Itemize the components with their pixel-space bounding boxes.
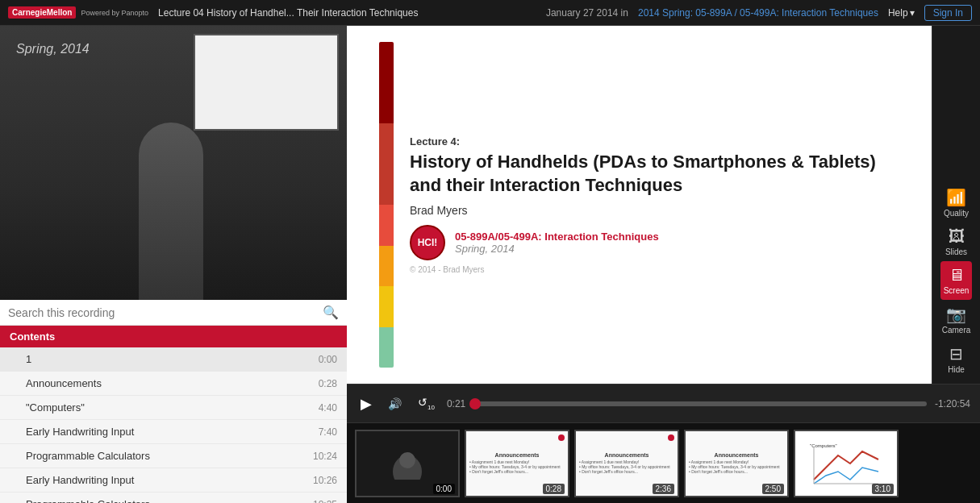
slides-icon: 🖼 <box>949 227 965 246</box>
toc-time: 0:00 <box>319 354 337 365</box>
sidebar: Spring, 2014 🔍 Contents 1 0:00 <box>0 26 347 503</box>
toc-label: Announcements <box>26 377 319 389</box>
main-layout: Spring, 2014 🔍 Contents 1 0:00 <box>0 26 980 503</box>
search-bar: 🔍 <box>0 300 347 326</box>
toc-label: Programmable Calculators <box>26 450 313 462</box>
search-icon: 🔍 <box>323 305 339 320</box>
panopto-label: Powered by Panopto <box>81 9 148 17</box>
thumbnail-4[interactable]: Announcements • Assignment 1 due next Mo… <box>684 430 789 497</box>
toc-item-1[interactable]: 1 0:00 <box>0 347 347 372</box>
toc-label: Early Handwriting Input <box>26 474 313 486</box>
svg-point-2 <box>399 452 415 468</box>
toc-time: 10:24 <box>313 451 337 462</box>
slide-heading: History of Handhelds (PDAs to Smartphone… <box>410 151 899 197</box>
contents-area: 1 0:00 Announcements 0:28 "Computers" 4:… <box>0 347 347 503</box>
toc-time: 10:26 <box>313 475 337 486</box>
quality-icon: 📶 <box>946 188 966 207</box>
slide-lecture-num: Lecture 4: <box>410 135 460 148</box>
toc-item-2[interactable]: Announcements 0:28 <box>0 372 347 396</box>
toc-time: 10:35 <box>313 499 337 504</box>
toc-label: 1 <box>26 353 319 365</box>
slide-panel: Lecture 4: History of Handhelds (PDAs to… <box>347 26 932 384</box>
slide-semester: Spring, 2014 <box>455 243 659 255</box>
thumbnails-row: 0:00 Announcements • Assignment 1 due ne… <box>347 422 980 503</box>
thumb-timestamp: 2:50 <box>762 484 784 494</box>
slide-footer: © 2014 - Brad Myers <box>410 265 484 274</box>
slides-button[interactable]: 🖼 Slides <box>942 222 970 261</box>
slide-screen-preview <box>194 34 339 131</box>
time-remaining: -1:20:54 <box>935 398 970 409</box>
thumb-timestamp: 2:36 <box>653 484 674 494</box>
progress-dot <box>469 398 481 409</box>
slide-course-id: 05-899A/05-499A: Interaction Techniques <box>455 231 659 243</box>
progress-bar[interactable] <box>473 401 927 406</box>
thumb-title: Announcements <box>605 452 649 458</box>
toc-time: 7:40 <box>319 426 337 438</box>
toc-item-6[interactable]: Early Handwriting Input 10:26 <box>0 468 347 493</box>
right-content: Lecture 4: History of Handhelds (PDAs to… <box>347 26 980 503</box>
cmu-wordmark: CarnegieMellon <box>8 6 76 19</box>
play-button[interactable]: ▶ <box>357 393 376 414</box>
date-text: January 27 2014 in <box>546 7 628 19</box>
thumbnail-1[interactable]: 0:00 <box>355 430 460 497</box>
slide-decoration: Lecture 4: History of Handhelds (PDAs to… <box>379 42 899 368</box>
toc-item-3[interactable]: "Computers" 4:40 <box>0 396 347 420</box>
thumbnail-5[interactable]: "Computers" 3:10 <box>794 430 899 497</box>
cmu-logo: CarnegieMellon Powered by Panopto <box>8 6 148 19</box>
slide-author: Brad Myers <box>410 204 468 217</box>
thumb-title: Announcements <box>715 452 759 458</box>
hide-icon: ⊟ <box>949 344 963 364</box>
toc-time: 4:40 <box>319 402 337 414</box>
toc-item-5[interactable]: Programmable Calculators 10:24 <box>0 444 347 468</box>
toc-time: 0:28 <box>319 378 337 389</box>
toc-item-4[interactable]: Early Handwriting Input 7:40 <box>0 420 347 444</box>
slide-course-info: 05-899A/05-499A: Interaction Techniques … <box>455 231 659 255</box>
lecture-title: Lecture 04 History of Handhel... Their I… <box>158 7 536 19</box>
screen-icon: 🖥 <box>949 266 965 285</box>
lecturer-silhouette <box>139 123 203 300</box>
right-toolbar: 📶 Quality 🖼 Slides 🖥 Screen 📷 Camera ⊟ <box>932 26 980 384</box>
toc-label: "Computers" <box>26 401 319 414</box>
toc-item-7[interactable]: Programmable Calculators 10:35 <box>0 493 347 503</box>
spring-overlay-text: Spring, 2014 <box>16 42 90 56</box>
search-input[interactable] <box>8 306 316 319</box>
toc-label: Early Handwriting Input <box>26 426 319 438</box>
thumb-timestamp: 0:00 <box>433 484 455 494</box>
thumb-timestamp: 3:10 <box>872 484 894 494</box>
contents-label: Contents <box>10 330 55 343</box>
toc-label: Programmable Calculators <box>26 498 313 503</box>
video-controls: ▶ 🔊 ↺10 0:21 -1:20:54 <box>347 384 980 422</box>
thumb-dot-red <box>558 434 565 441</box>
lecture-scene: Spring, 2014 <box>0 26 347 300</box>
video-preview: Spring, 2014 <box>0 26 347 300</box>
thumbnail-3[interactable]: Announcements • Assignment 1 due next Mo… <box>574 430 679 497</box>
contents-header: Contents <box>0 326 347 347</box>
camera-icon: 📷 <box>946 305 966 324</box>
hci-logo: HCI! <box>410 225 445 260</box>
thumb-bullet: • Assignment 1 due next Monday!• My offi… <box>579 459 674 474</box>
slide-color-bars <box>379 42 394 368</box>
quality-button[interactable]: 📶 Quality <box>940 183 972 222</box>
time-current: 0:21 <box>447 398 465 409</box>
course-link[interactable]: 2014 Spring: 05-899A / 05-499A: Interact… <box>638 7 878 19</box>
thumb-title: Announcements <box>495 452 540 458</box>
thumb-bullet: • Assignment 1 due next Monday!• My offi… <box>689 459 784 474</box>
help-button[interactable]: Help ▾ <box>888 7 915 19</box>
hide-button[interactable]: ⊟ Hide <box>945 339 968 379</box>
camera-button[interactable]: 📷 Camera <box>939 300 974 339</box>
thumb-timestamp: 0:28 <box>543 484 565 494</box>
screen-button[interactable]: 🖥 Screen <box>940 261 973 300</box>
back10-button[interactable]: ↺10 <box>414 394 439 413</box>
slide-content: Lecture 4: History of Handhelds (PDAs to… <box>402 42 899 368</box>
slide-logo-row: HCI! 05-899A/05-499A: Interaction Techni… <box>410 225 659 260</box>
thumbnail-2[interactable]: Announcements • Assignment 1 due next Mo… <box>465 430 569 497</box>
signin-button[interactable]: Sign In <box>924 5 972 21</box>
thumb-bullet: • Assignment 1 due next Monday!• My offi… <box>469 459 565 474</box>
volume-button[interactable]: 🔊 <box>384 396 406 412</box>
main-slide: Lecture 4: History of Handhelds (PDAs to… <box>347 26 932 384</box>
main-video: Lecture 4: History of Handhelds (PDAs to… <box>347 26 980 384</box>
top-bar: CarnegieMellon Powered by Panopto Lectur… <box>0 0 980 26</box>
thumb-dot-red <box>668 434 674 441</box>
